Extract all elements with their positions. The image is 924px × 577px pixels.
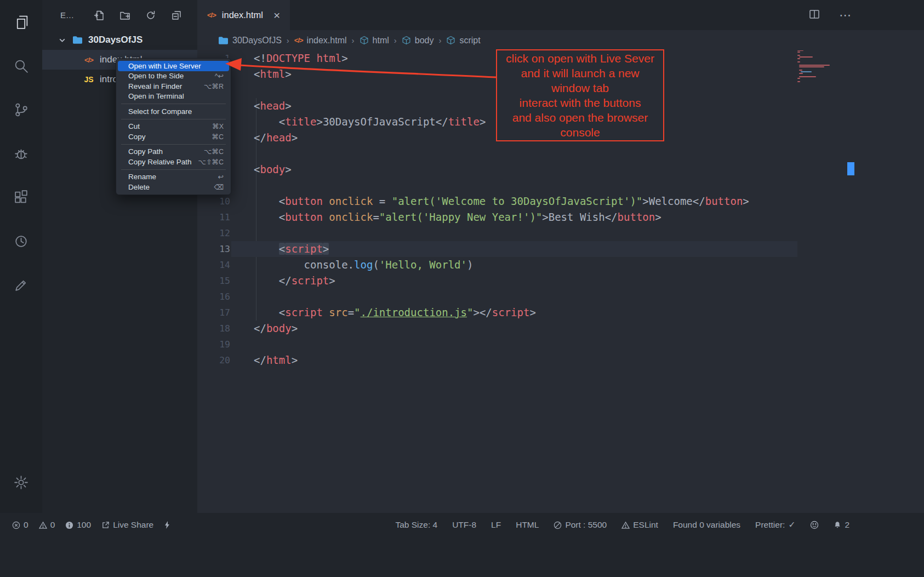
status-live-share[interactable]: Live Share xyxy=(101,520,153,530)
source-control-icon[interactable] xyxy=(0,88,42,132)
line-text: <button onclick = "alert('Welcome to 30D… xyxy=(230,193,749,209)
status-tab-size[interactable]: Tab Size: 4 xyxy=(395,520,437,530)
menu-item-rename[interactable]: Rename↩ xyxy=(118,172,229,182)
menu-item-label: Select for Compare xyxy=(128,107,217,116)
code-line[interactable]: 11 <button onclick="alert('Happy New Yea… xyxy=(197,209,924,225)
line-number[interactable]: 18 xyxy=(197,321,230,336)
warning-icon xyxy=(39,521,47,529)
html-file-icon: </> xyxy=(83,56,95,64)
menu-item-select-for-compare[interactable]: Select for Compare xyxy=(118,106,229,117)
annotation-line: interact with the buttons xyxy=(498,95,662,110)
breadcrumb-item-html[interactable]: html xyxy=(360,36,389,45)
line-text: </script> xyxy=(230,273,335,289)
code-line[interactable]: 9 xyxy=(197,178,924,193)
menu-item-reveal-in-finder[interactable]: Reveal in Finder⌥⌘R xyxy=(118,81,229,92)
minimap[interactable] xyxy=(797,50,848,83)
status-info-count[interactable]: 100 xyxy=(65,520,91,530)
settings-gear-icon[interactable] xyxy=(0,460,42,504)
code-line[interactable]: 19 xyxy=(197,336,924,352)
collapse-all-icon[interactable] xyxy=(171,10,182,21)
line-number[interactable]: 12 xyxy=(197,225,230,241)
line-text: </html> xyxy=(230,352,298,368)
status-label: LF xyxy=(491,520,501,530)
code-line[interactable]: 20</html> xyxy=(197,352,924,368)
new-file-icon[interactable] xyxy=(94,10,105,21)
line-number[interactable]: 10 xyxy=(197,193,230,209)
search-icon[interactable] xyxy=(0,44,42,88)
line-number[interactable]: 16 xyxy=(197,289,230,305)
menu-item-cut[interactable]: Cut⌘X xyxy=(118,122,229,132)
tab-index-html[interactable]: </> index.html × xyxy=(197,0,290,30)
status-language-mode[interactable]: HTML xyxy=(516,520,539,530)
code-line[interactable]: 8<body> xyxy=(197,162,924,178)
line-text: <body> xyxy=(230,162,292,178)
status-variables[interactable]: Found 0 variables xyxy=(673,520,740,530)
split-editor-icon[interactable] xyxy=(808,8,820,22)
extensions-icon[interactable] xyxy=(0,175,42,219)
history-icon[interactable] xyxy=(0,219,42,263)
code-line[interactable]: 10 <button onclick = "alert('Welcome to … xyxy=(197,193,924,209)
status-eslint[interactable]: ESLint xyxy=(621,520,658,530)
menu-item-copy[interactable]: Copy⌘C xyxy=(118,132,229,142)
code-line[interactable]: 18</body> xyxy=(197,321,924,336)
status-prettier[interactable]: Prettier:✓ xyxy=(755,520,795,530)
more-actions-icon[interactable]: ⋯ xyxy=(839,8,852,22)
code-line[interactable]: 15 </script> xyxy=(197,273,924,289)
status-warnings[interactable]: 0 xyxy=(39,520,55,530)
tree-root-folder[interactable]: 30DaysOfJS xyxy=(42,30,197,50)
menu-item-open-with-live-server[interactable]: Open with Live Server xyxy=(118,61,229,71)
line-number[interactable]: 17 xyxy=(197,305,230,321)
code-line[interactable]: 14 console.log('Hello, World') xyxy=(197,257,924,273)
breadcrumb-item-body[interactable]: body xyxy=(402,36,434,45)
smiley-icon xyxy=(810,521,819,529)
breadcrumb-separator-icon: › xyxy=(394,36,397,45)
explorer-header: E… xyxy=(42,0,197,30)
line-text: console.log('Hello, World') xyxy=(230,257,473,273)
menu-item-label: Rename xyxy=(128,173,212,181)
line-number[interactable]: 20 xyxy=(197,352,230,368)
line-text: <head> xyxy=(230,98,292,114)
status-notifications[interactable]: 2 xyxy=(834,520,849,530)
overview-ruler-marker[interactable] xyxy=(847,162,854,175)
refresh-icon[interactable] xyxy=(145,10,156,21)
breadcrumb-item-script[interactable]: script xyxy=(446,36,480,45)
code-line[interactable]: 7 xyxy=(197,146,924,162)
run-debug-icon[interactable] xyxy=(0,132,42,175)
menu-item-copy-path[interactable]: Copy Path⌥⌘C xyxy=(118,147,229,157)
explorer-icon[interactable] xyxy=(0,0,42,44)
menu-item-shortcut: ⌘C xyxy=(212,133,224,141)
line-number[interactable]: 11 xyxy=(197,209,230,225)
line-text: <script src="./introduction.js"></script… xyxy=(230,305,536,321)
menu-item-copy-relative-path[interactable]: Copy Relative Path⌥⇧⌘C xyxy=(118,157,229,167)
line-number[interactable]: 19 xyxy=(197,336,230,352)
menu-item-open-to-the-side[interactable]: Open to the Side^↩ xyxy=(118,71,229,82)
breadcrumb-item-index-html[interactable]: </>index.html xyxy=(294,36,347,45)
menu-item-open-in-terminal[interactable]: Open in Terminal xyxy=(118,92,229,102)
feedback-pen-icon[interactable] xyxy=(0,263,42,307)
status-encoding[interactable]: UTF-8 xyxy=(452,520,476,530)
menu-separator xyxy=(121,144,226,145)
folder-icon xyxy=(71,36,83,44)
code-line[interactable]: 17 <script src="./introduction.js"></scr… xyxy=(197,305,924,321)
status-label: 100 xyxy=(77,520,91,530)
status-label: ESLint xyxy=(633,520,658,530)
code-line[interactable]: 16 xyxy=(197,289,924,305)
menu-item-delete[interactable]: Delete⌫ xyxy=(118,182,229,192)
line-number[interactable]: 15 xyxy=(197,273,230,289)
status-errors[interactable]: 0 xyxy=(12,520,28,530)
status-label: Port : 5500 xyxy=(565,520,607,530)
status-live-server-port[interactable]: Port : 5500 xyxy=(554,520,607,530)
status-feedback-smiley[interactable] xyxy=(810,521,819,529)
breadcrumb-item-30daysofjs[interactable]: 30DaysOfJS xyxy=(218,36,282,45)
new-folder-icon[interactable] xyxy=(119,10,130,21)
status-eol[interactable]: LF xyxy=(491,520,501,530)
line-number[interactable]: 14 xyxy=(197,257,230,273)
code-line[interactable]: 13 <script> xyxy=(197,241,924,257)
line-number[interactable]: 13 xyxy=(197,241,230,257)
line-text: </head> xyxy=(230,130,298,146)
code-line[interactable]: 12 xyxy=(197,225,924,241)
status-live-server-action[interactable] xyxy=(164,521,170,529)
menu-item-shortcut: ⌥⌘R xyxy=(204,82,224,90)
close-tab-icon[interactable]: × xyxy=(273,9,280,22)
html-icon: </> xyxy=(294,36,303,44)
